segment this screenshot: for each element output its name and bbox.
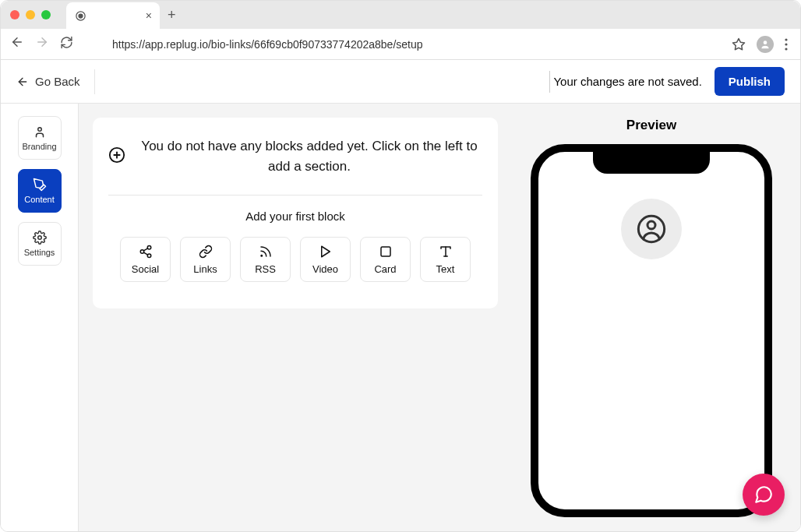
main-area: Branding Content Settings You do not hav… bbox=[1, 104, 800, 531]
address-bar[interactable] bbox=[100, 33, 721, 55]
sidebar-item-label: Branding bbox=[22, 142, 56, 151]
first-block-label: Add your first block bbox=[108, 210, 482, 223]
reload-button[interactable] bbox=[60, 36, 73, 52]
editor-panel: You do not have any blocks added yet. Cl… bbox=[93, 118, 498, 308]
preview-label: Preview bbox=[626, 118, 676, 133]
publish-button[interactable]: Publish bbox=[715, 67, 785, 96]
sidebar-item-label: Settings bbox=[24, 248, 55, 257]
block-type-label: Video bbox=[312, 263, 338, 275]
svg-point-6 bbox=[785, 38, 787, 41]
block-type-card[interactable]: Card bbox=[360, 237, 411, 282]
browser-tab[interactable]: × bbox=[66, 2, 160, 29]
browser-toolbar bbox=[1, 29, 800, 60]
block-type-links[interactable]: Links bbox=[180, 237, 231, 282]
sidebar: Branding Content Settings bbox=[1, 104, 79, 531]
avatar-placeholder bbox=[621, 199, 682, 259]
block-type-label: Links bbox=[193, 263, 217, 275]
new-tab-button[interactable]: + bbox=[168, 7, 176, 23]
add-block-icon[interactable] bbox=[108, 146, 125, 167]
svg-point-7 bbox=[785, 43, 787, 45]
block-type-rss[interactable]: RSS bbox=[240, 237, 291, 282]
svg-point-11 bbox=[37, 236, 41, 240]
save-status-text: Your changes are not saved. bbox=[549, 71, 701, 93]
content-area: You do not have any blocks added yet. Cl… bbox=[79, 104, 800, 531]
svg-marker-4 bbox=[733, 38, 745, 49]
block-type-video[interactable]: Video bbox=[300, 237, 351, 282]
block-type-text[interactable]: Text bbox=[420, 237, 471, 282]
window-controls bbox=[10, 10, 51, 19]
go-back-label: Go Back bbox=[35, 75, 80, 88]
svg-point-5 bbox=[764, 41, 767, 44]
block-type-label: Social bbox=[132, 263, 159, 275]
block-type-social[interactable]: Social bbox=[120, 237, 171, 282]
browser-tab-bar: × + bbox=[1, 1, 800, 29]
divider bbox=[108, 195, 482, 196]
sidebar-item-label: Content bbox=[24, 195, 55, 204]
block-type-label: RSS bbox=[255, 263, 276, 275]
bookmark-star-icon[interactable] bbox=[732, 37, 746, 51]
tab-close-icon[interactable]: × bbox=[146, 9, 152, 22]
tab-favicon-icon bbox=[74, 9, 86, 22]
svg-line-19 bbox=[143, 252, 147, 255]
app-header: Go Back Your changes are not saved. Publ… bbox=[1, 60, 800, 104]
maximize-window-button[interactable] bbox=[41, 10, 51, 19]
block-type-grid: Social Links RSS Video Card bbox=[108, 237, 482, 282]
phone-preview-frame bbox=[531, 144, 772, 517]
svg-point-8 bbox=[785, 48, 787, 50]
svg-point-10 bbox=[37, 128, 41, 132]
sidebar-item-settings[interactable]: Settings bbox=[18, 222, 62, 266]
close-window-button[interactable] bbox=[10, 10, 19, 19]
empty-state-message: You do not have any blocks added yet. Cl… bbox=[136, 136, 482, 176]
browser-menu-button[interactable] bbox=[785, 38, 788, 51]
svg-point-1 bbox=[79, 14, 83, 18]
svg-rect-22 bbox=[381, 247, 390, 256]
sidebar-item-content[interactable]: Content bbox=[18, 169, 62, 213]
svg-point-20 bbox=[261, 255, 263, 256]
phone-notch bbox=[593, 152, 710, 174]
minimize-window-button[interactable] bbox=[26, 10, 35, 19]
svg-marker-21 bbox=[321, 246, 330, 257]
profile-button[interactable] bbox=[757, 36, 774, 53]
preview-area: Preview bbox=[517, 118, 786, 517]
block-type-label: Card bbox=[374, 263, 396, 275]
sidebar-item-branding[interactable]: Branding bbox=[18, 116, 62, 160]
chat-support-button[interactable] bbox=[743, 474, 785, 516]
svg-point-26 bbox=[648, 221, 655, 229]
forward-button[interactable] bbox=[35, 35, 49, 53]
svg-line-18 bbox=[143, 248, 147, 250]
block-type-label: Text bbox=[436, 263, 455, 275]
back-button[interactable] bbox=[10, 35, 24, 53]
go-back-button[interactable]: Go Back bbox=[16, 69, 95, 94]
